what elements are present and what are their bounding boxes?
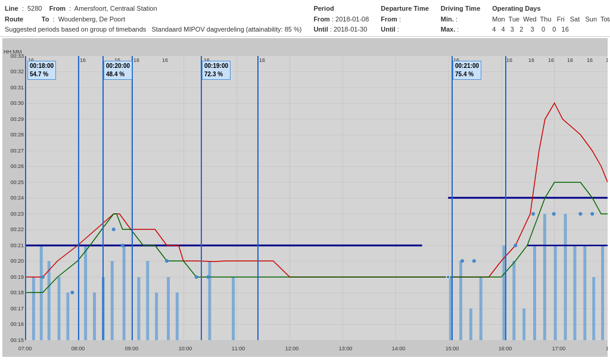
- driving-info: Driving Time Min. : Max. :: [441, 4, 480, 35]
- timeband-label-2: 00:20:0048.4 %: [104, 61, 132, 80]
- svg-point-73: [513, 244, 517, 247]
- timeband-vline-4: [132, 56, 133, 340]
- timeband-vline-7: [452, 56, 453, 340]
- svg-point-69: [207, 275, 210, 279]
- svg-rect-36: [123, 245, 126, 340]
- y-label-0032: 00:32: [10, 69, 24, 74]
- y-label-0023: 00:23: [10, 211, 24, 217]
- x-label-09: 09:00: [125, 346, 139, 351]
- y-label-0028: 00:28: [10, 132, 24, 138]
- y-label-0019: 00:19: [10, 274, 24, 280]
- y-label-0026: 00:26: [10, 163, 24, 169]
- svg-rect-55: [573, 245, 576, 340]
- svg-rect-27: [32, 277, 35, 340]
- y-label-0017: 00:17: [10, 306, 24, 312]
- svg-rect-45: [459, 261, 462, 340]
- svg-point-72: [472, 259, 476, 263]
- y-label-0027: 00:27: [10, 148, 24, 154]
- col-count-9: 16: [506, 57, 512, 63]
- timeband-label-3: 00:19:0072.3 %: [202, 61, 231, 80]
- svg-point-63: [41, 275, 45, 279]
- operating-days-info: Operating Days Mon Tue Wed Thu Fri Sat S…: [492, 4, 610, 35]
- svg-rect-49: [512, 261, 515, 340]
- col-count-11: 16: [548, 57, 554, 63]
- timeband-vline-5: [201, 56, 202, 340]
- x-label-18: 18:00: [606, 346, 608, 351]
- svg-rect-43: [232, 277, 235, 340]
- svg-rect-32: [84, 245, 87, 340]
- svg-point-66: [121, 244, 125, 247]
- timeband-vline-2: [78, 56, 79, 340]
- svg-point-67: [165, 259, 169, 263]
- y-axis-labels: 00:3300:3200:3100:3000:2900:2800:2700:26…: [2, 56, 25, 340]
- y-label-0033: 00:33: [10, 53, 24, 59]
- svg-rect-33: [93, 293, 96, 340]
- col-count-10: 16: [528, 57, 534, 63]
- x-label-17: 17:00: [552, 346, 566, 351]
- x-label-16: 16:00: [499, 346, 512, 351]
- svg-rect-57: [592, 277, 595, 340]
- svg-rect-38: [146, 261, 149, 340]
- y-label-0022: 00:22: [10, 226, 24, 232]
- svg-rect-53: [554, 245, 557, 340]
- col-count-5: 16: [162, 57, 168, 63]
- timeband-vline-1: [25, 56, 26, 340]
- svg-rect-52: [543, 214, 546, 340]
- chart-container: HH:MM: [2, 38, 608, 357]
- x-label-08: 08:00: [71, 346, 85, 351]
- departure-info: Departure Time From : Until :: [381, 4, 429, 35]
- col-count-4: 16: [133, 57, 139, 63]
- svg-point-71: [460, 259, 464, 263]
- line-route-info: Line : 5280 From : Amersfoort, Centraal …: [5, 4, 301, 35]
- svg-rect-54: [564, 214, 567, 340]
- timeband-label-4: 00:21:0075.4 %: [453, 61, 481, 80]
- svg-point-74: [531, 212, 535, 216]
- suggested-info: Suggested periods based on group of time…: [5, 24, 301, 35]
- chart-svg: [25, 56, 608, 340]
- svg-rect-39: [155, 293, 158, 340]
- y-label-0021: 00:21: [10, 242, 24, 248]
- y-label-0025: 00:25: [10, 179, 24, 185]
- y-label-0018: 00:18: [10, 290, 24, 295]
- svg-rect-30: [58, 277, 61, 340]
- col-count-14: 16: [606, 57, 608, 63]
- x-label-14: 14:00: [392, 346, 406, 351]
- svg-rect-42: [208, 261, 211, 340]
- plot-area: 00:18:0054.7 % 00:20:0048.4 % 00:19:0072…: [25, 56, 608, 340]
- col-count-12: 16: [567, 57, 573, 63]
- x-label-10: 10:00: [179, 346, 192, 351]
- y-label-0024: 00:24: [10, 195, 24, 201]
- svg-rect-58: [601, 245, 604, 340]
- y-label-0020: 00:20: [10, 258, 24, 264]
- route-info: Route To : Woudenberg, De Poort: [5, 14, 301, 25]
- timeband-vline-8: [505, 56, 506, 340]
- y-label-0030: 00:30: [10, 100, 24, 106]
- svg-point-64: [70, 291, 74, 294]
- y-label-0031: 00:31: [10, 85, 24, 91]
- svg-rect-56: [583, 245, 586, 340]
- x-label-11: 11:00: [232, 346, 245, 351]
- svg-rect-46: [469, 309, 472, 340]
- col-count-7: 16: [259, 57, 265, 63]
- svg-rect-29: [48, 261, 51, 340]
- x-label-13: 13:00: [339, 346, 353, 351]
- svg-rect-35: [111, 261, 114, 340]
- svg-rect-50: [522, 309, 525, 340]
- y-label-0016: 00:16: [10, 321, 24, 327]
- svg-point-65: [112, 228, 116, 231]
- svg-point-77: [590, 212, 594, 216]
- svg-point-70: [446, 275, 450, 279]
- svg-rect-41: [176, 293, 179, 340]
- col-count-13: 16: [587, 57, 593, 63]
- col-count-2: 16: [80, 57, 86, 63]
- svg-point-76: [578, 212, 582, 216]
- period-info: Period From : 2018-01-08 Until : 2018-01…: [313, 4, 369, 35]
- timeband-vline-3: [102, 56, 104, 340]
- svg-rect-51: [533, 245, 536, 340]
- x-label-12: 12:00: [285, 346, 299, 351]
- x-axis: 07:00 08:00 09:00 10:00 11:00 12:00 13:0…: [25, 340, 608, 357]
- svg-rect-37: [137, 277, 140, 340]
- svg-rect-40: [167, 277, 170, 340]
- y-label-0015: 00:15: [10, 337, 24, 343]
- y-label-0029: 00:29: [10, 116, 24, 122]
